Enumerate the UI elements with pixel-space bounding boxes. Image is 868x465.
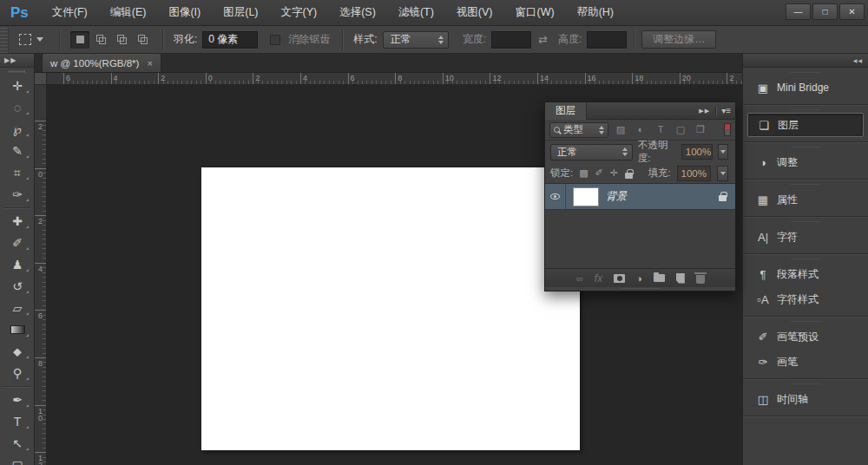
refine-edge-button[interactable]: 调整边缘… <box>641 30 716 49</box>
blend-mode-select[interactable]: 正常 <box>550 144 633 160</box>
new-group-icon[interactable] <box>654 274 665 282</box>
add-selection-button[interactable] <box>91 31 110 49</box>
photoshop-logo: Ps <box>0 4 41 22</box>
dock-collapse-strip[interactable]: ◀◀ <box>743 54 868 68</box>
panel-menu-icon[interactable]: ▾≡ <box>721 106 731 115</box>
separator <box>162 29 163 50</box>
dock-button-调整[interactable]: ◑调整 <box>747 150 864 174</box>
opacity-dropdown-button[interactable] <box>718 144 728 160</box>
menu-item[interactable]: 窗口(W) <box>504 0 566 25</box>
pen-tool[interactable]: ✒ <box>0 389 35 410</box>
document-tab[interactable]: w @ 100%(RGB/8*) × <box>42 53 161 72</box>
antialias-checkbox[interactable] <box>270 35 280 45</box>
history-brush-tool[interactable]: ↺ <box>0 275 35 297</box>
add-layer-mask-icon[interactable] <box>614 274 625 283</box>
layer-thumbnail[interactable] <box>573 187 599 206</box>
panel-resize-grip[interactable] <box>621 287 660 290</box>
menu-item[interactable]: 视图(V) <box>445 0 504 25</box>
menu-item[interactable]: 文件(F) <box>41 0 99 25</box>
filter-image-icon[interactable]: ▨ <box>615 124 627 135</box>
blur-tool[interactable]: ⬥ <box>0 340 35 362</box>
visibility-toggle[interactable] <box>545 184 566 209</box>
menu-item[interactable]: 图像(I) <box>157 0 212 25</box>
subtract-selection-icon <box>117 35 127 44</box>
ruler-origin-box[interactable] <box>35 73 47 85</box>
horizontal-ruler[interactable]: 642024681012141618202 <box>47 73 742 85</box>
new-adjustment-layer-icon[interactable]: ◑ <box>636 273 642 284</box>
shape-tool[interactable]: ▢ <box>0 454 35 465</box>
close-button[interactable]: ✕ <box>839 3 865 20</box>
menu-item[interactable]: 帮助(H) <box>566 0 625 25</box>
new-layer-icon[interactable] <box>676 273 685 284</box>
lock-move-icon[interactable]: ✛ <box>610 167 618 179</box>
eyedropper-tool[interactable]: ✑ <box>0 183 35 205</box>
menu-item[interactable]: 滤镜(T) <box>387 0 445 25</box>
height-input[interactable] <box>587 31 627 49</box>
close-icon[interactable]: × <box>147 58 152 69</box>
type-tool[interactable]: T <box>0 410 35 432</box>
fill-value[interactable]: 100% <box>677 166 711 181</box>
menu-item[interactable]: 编辑(E) <box>99 0 158 25</box>
eyedropper-icon: ✑ <box>12 188 23 200</box>
clone-stamp-tool[interactable]: ♟ <box>0 253 35 275</box>
lock-all-icon[interactable] <box>625 173 633 179</box>
filter-adjustment-icon[interactable]: ◐ <box>635 124 647 135</box>
path-selection-tool[interactable]: ↖ <box>0 432 35 454</box>
options-bar-grip[interactable] <box>0 26 9 53</box>
tool-preset-picker[interactable] <box>9 34 52 45</box>
filter-smart-object-icon[interactable]: ❐ <box>694 124 707 135</box>
lasso-tool[interactable]: ℘ <box>0 118 35 140</box>
dock-button-字符[interactable]: A|字符 <box>747 225 864 249</box>
dodge-tool[interactable]: ⚲ <box>0 362 35 383</box>
layer-row[interactable]: 背景 <box>545 184 735 210</box>
menu-item[interactable]: 选择(S) <box>328 0 387 25</box>
dock-button-图层[interactable]: ❏图层 <box>747 113 864 137</box>
marquee-tool[interactable]: ◌ <box>0 96 35 118</box>
spot-healing-tool[interactable]: ✚ <box>0 210 35 232</box>
filter-type-icon[interactable]: T <box>654 124 667 135</box>
menu-item[interactable]: 图层(L) <box>212 0 269 25</box>
ruler-label: 2 <box>161 74 165 82</box>
minimize-button[interactable]: — <box>786 3 811 20</box>
subtract-selection-button[interactable] <box>112 31 131 49</box>
feather-input[interactable]: 0 像素 <box>202 31 258 49</box>
lock-transparency-icon[interactable]: ▩ <box>579 167 588 179</box>
new-selection-button[interactable] <box>70 31 89 49</box>
dock-button-段落样式[interactable]: ¶段落样式 <box>747 262 864 286</box>
dock-group: ▣Mini Bridge <box>743 68 868 105</box>
filter-shape-icon[interactable]: ▢ <box>674 124 687 135</box>
quick-selection-tool[interactable]: ✎ <box>0 140 35 161</box>
swap-dimensions-icon[interactable]: ⇄ <box>538 33 548 46</box>
crop-tool[interactable]: ⌗ <box>0 161 35 183</box>
gradient-tool[interactable] <box>0 318 35 340</box>
lock-paint-icon[interactable]: ✐ <box>595 167 603 179</box>
menu-item[interactable]: 文字(Y) <box>270 0 329 25</box>
intersect-selection-button[interactable] <box>133 31 152 49</box>
document-canvas[interactable] <box>201 167 580 450</box>
opacity-value[interactable]: 100% <box>681 144 713 160</box>
ruler-label: 0 <box>36 171 44 178</box>
dock-button-属性[interactable]: ▦属性 <box>747 187 864 212</box>
width-input[interactable] <box>491 31 531 49</box>
panel-collapse-icon[interactable]: ▶▶ <box>699 108 710 115</box>
move-tool[interactable]: ✛ <box>0 75 35 96</box>
maximize-button[interactable]: □ <box>812 3 838 20</box>
lock-label: 锁定: <box>550 167 573 180</box>
new-group-icon <box>654 274 665 282</box>
dock-button-时间轴[interactable]: ◫时间轴 <box>747 387 864 411</box>
fill-dropdown-button[interactable] <box>717 166 728 181</box>
dock-button-画笔预设[interactable]: ✐画笔预设 <box>747 324 864 349</box>
tools-panel-collapse[interactable]: ▶▶ <box>0 54 34 68</box>
vertical-ruler[interactable]: 2024681 01 2 <box>35 85 47 465</box>
eraser-tool[interactable]: ▱ <box>0 297 35 318</box>
brush-tool[interactable]: ✐ <box>0 232 35 253</box>
dock-button-画笔[interactable]: ✑画笔 <box>747 350 864 374</box>
tools-panel-grip[interactable] <box>9 68 25 75</box>
window-controls: —□✕ <box>786 3 865 20</box>
filter-toggle-switch[interactable] <box>724 123 731 136</box>
dock-button-字符样式[interactable]: ▫A字符样式 <box>747 287 864 311</box>
layers-panel-tab[interactable]: 图层 <box>545 102 587 120</box>
style-select[interactable]: 正常 <box>383 31 449 49</box>
dock-button-Mini Bridge[interactable]: ▣Mini Bridge <box>747 75 864 100</box>
filter-type-select[interactable]: 类型 <box>549 122 608 138</box>
